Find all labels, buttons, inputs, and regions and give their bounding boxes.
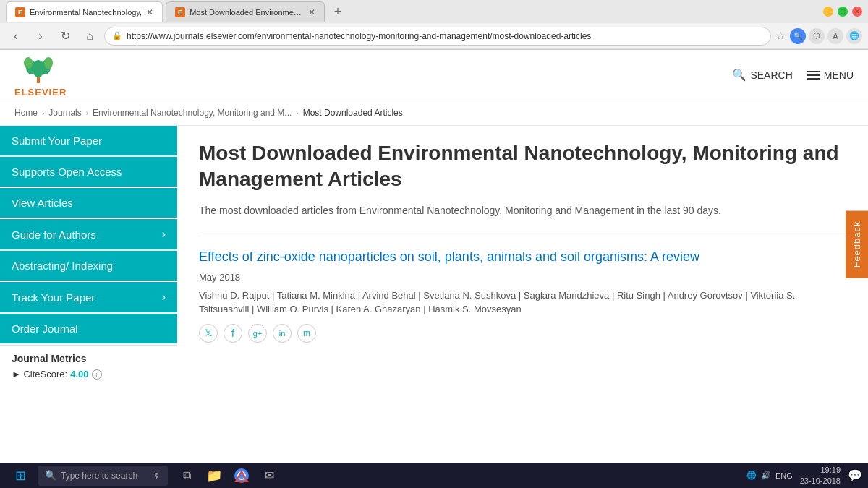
ext-icon-4[interactable]: 🌐 bbox=[846, 28, 862, 44]
systray-lang: ENG bbox=[775, 471, 793, 480]
logo-text: ELSEVIER bbox=[14, 87, 67, 98]
taskbar-date-value: 23-10-2018 bbox=[800, 476, 841, 486]
tab-2-close[interactable]: ✕ bbox=[308, 7, 315, 17]
systray-network-icon: 🌐 bbox=[746, 471, 757, 480]
page-title: Most Downloaded Environmental Nanotechno… bbox=[199, 140, 846, 193]
cite-info-icon[interactable]: i bbox=[92, 369, 102, 380]
title-bar: E Environmental Nanotechnology, ✕ E Most… bbox=[0, 0, 868, 23]
taskbar-apps: ⧉ 📁 ✉ bbox=[174, 465, 282, 487]
taskbar-mail[interactable]: ✉ bbox=[256, 465, 282, 487]
sidebar-item-submit[interactable]: Submit Your Paper bbox=[0, 126, 177, 155]
elsevier-logo[interactable]: ELSEVIER bbox=[14, 53, 67, 98]
header-right: 🔍 SEARCH MENU bbox=[732, 68, 854, 82]
breadcrumb-journal[interactable]: Environmental Nanotechnology, Monitoring… bbox=[93, 108, 292, 118]
tab-1-title: Environmental Nanotechnology, bbox=[30, 8, 142, 17]
taskbar-search-icon: 🔍 bbox=[45, 470, 56, 481]
sidebar-item-track-paper[interactable]: Track Your Paper › bbox=[0, 282, 177, 312]
window-controls: — □ ✕ bbox=[823, 7, 862, 17]
article-card: Effects of zinc-oxide nanoparticles on s… bbox=[199, 236, 846, 343]
cite-score: ► CiteScore: 4.00 i bbox=[12, 369, 166, 380]
browser-chrome: E Environmental Nanotechnology, ✕ E Most… bbox=[0, 0, 868, 50]
new-tab-button[interactable]: + bbox=[328, 1, 348, 22]
article-date: May 2018 bbox=[199, 272, 846, 283]
breadcrumb-sep-2: › bbox=[86, 109, 88, 117]
cite-label: ► CiteScore: bbox=[12, 369, 67, 380]
windows-logo-icon: ⊞ bbox=[15, 468, 26, 484]
article-social-icons: 𝕏 f g+ in m bbox=[199, 324, 846, 343]
tab-2[interactable]: E Most Downloaded Environmenta... ✕ bbox=[166, 1, 325, 22]
article-authors: Vishnu D. Rajput | Tatiana M. Minkina | … bbox=[199, 288, 846, 317]
tab-1-favicon: E bbox=[15, 7, 25, 17]
ext-icon-3[interactable]: A bbox=[827, 28, 843, 44]
taskbar-right: 🌐 🔊 ENG 19:19 23-10-2018 💬 bbox=[746, 465, 862, 486]
url-text: https://www.journals.elsevier.com/enviro… bbox=[127, 31, 591, 41]
menu-bars-icon bbox=[807, 71, 820, 80]
sidebar-item-guide-authors[interactable]: Guide for Authors › bbox=[0, 219, 177, 249]
track-paper-chevron: › bbox=[162, 291, 166, 304]
site-header: ELSEVIER 🔍 SEARCH MENU bbox=[0, 50, 868, 100]
tab-1-close[interactable]: ✕ bbox=[146, 7, 153, 17]
home-button[interactable]: ⌂ bbox=[80, 26, 100, 46]
feedback-tab[interactable]: Feedback bbox=[846, 210, 868, 278]
breadcrumb-sep-1: › bbox=[42, 109, 44, 117]
ext-icon-1[interactable]: 🔍 bbox=[790, 28, 806, 44]
systray-sound-icon: 🔊 bbox=[761, 471, 771, 480]
notification-button[interactable]: 💬 bbox=[848, 468, 862, 482]
mendeley-share-icon[interactable]: m bbox=[297, 324, 316, 343]
tab-2-favicon: E bbox=[175, 7, 185, 17]
guide-authors-chevron: › bbox=[162, 228, 166, 241]
googleplus-share-icon[interactable]: g+ bbox=[248, 324, 267, 343]
taskbar-time-value: 19:19 bbox=[800, 465, 841, 475]
sidebar: Submit Your Paper Supports Open Access V… bbox=[0, 126, 177, 488]
twitter-share-icon[interactable]: 𝕏 bbox=[199, 324, 218, 343]
ext-icon-2[interactable]: ⬡ bbox=[809, 28, 825, 44]
linkedin-share-icon[interactable]: in bbox=[273, 324, 292, 343]
tab-2-title: Most Downloaded Environmenta... bbox=[190, 8, 304, 17]
main-layout: Submit Your Paper Supports Open Access V… bbox=[0, 126, 868, 488]
search-icon: 🔍 bbox=[732, 68, 746, 82]
breadcrumb: Home › Journals › Environmental Nanotech… bbox=[0, 100, 868, 126]
breadcrumb-sep-3: › bbox=[296, 109, 298, 117]
facebook-share-icon[interactable]: f bbox=[224, 324, 242, 343]
tab-1[interactable]: E Environmental Nanotechnology, ✕ bbox=[6, 1, 163, 22]
refresh-button[interactable]: ↻ bbox=[55, 26, 75, 46]
journal-metrics-title: Journal Metrics bbox=[12, 353, 166, 364]
svg-point-5 bbox=[44, 57, 53, 69]
taskbar-task-view[interactable]: ⧉ bbox=[174, 465, 200, 487]
journal-metrics-section: Journal Metrics ► CiteScore: 4.00 i bbox=[0, 345, 177, 387]
cite-value: 4.00 bbox=[70, 369, 88, 380]
lock-icon: 🔒 bbox=[112, 31, 122, 40]
close-button[interactable]: ✕ bbox=[852, 7, 862, 17]
sidebar-item-view-articles[interactable]: View Articles bbox=[0, 188, 177, 218]
search-label: SEARCH bbox=[750, 69, 792, 81]
forward-button[interactable]: › bbox=[30, 26, 51, 46]
breadcrumb-journals[interactable]: Journals bbox=[48, 108, 81, 118]
breadcrumb-home[interactable]: Home bbox=[14, 108, 38, 118]
url-bar[interactable]: 🔒 https://www.journals.elsevier.com/envi… bbox=[104, 27, 771, 46]
maximize-button[interactable]: □ bbox=[838, 7, 848, 17]
bookmark-button[interactable]: ☆ bbox=[775, 29, 786, 43]
address-bar: ‹ › ↻ ⌂ 🔒 https://www.journals.elsevier.… bbox=[0, 23, 868, 49]
svg-point-4 bbox=[24, 57, 33, 69]
taskbar-clock: 19:19 23-10-2018 bbox=[800, 465, 841, 486]
start-button[interactable]: ⊞ bbox=[6, 465, 35, 487]
system-tray: 🌐 🔊 ENG bbox=[746, 471, 793, 480]
main-content: Most Downloaded Environmental Nanotechno… bbox=[177, 126, 868, 488]
article-title-link[interactable]: Effects of zinc-oxide nanoparticles on s… bbox=[199, 248, 846, 266]
search-button[interactable]: 🔍 SEARCH bbox=[732, 68, 792, 82]
sidebar-item-open-access[interactable]: Supports Open Access bbox=[0, 157, 177, 187]
windows-taskbar: ⊞ 🔍 Type here to search 🎙 ⧉ 📁 ✉ 🌐 🔊 bbox=[0, 463, 868, 488]
minimize-button[interactable]: — bbox=[823, 7, 833, 17]
sidebar-item-order-journal[interactable]: Order Journal bbox=[0, 314, 177, 343]
extension-icons: 🔍 ⬡ A 🌐 bbox=[790, 28, 862, 44]
back-button[interactable]: ‹ bbox=[6, 26, 26, 46]
breadcrumb-current: Most Downloaded Articles bbox=[303, 108, 403, 118]
sidebar-item-abstracting[interactable]: Abstracting/ Indexing bbox=[0, 251, 177, 281]
taskbar-chrome[interactable] bbox=[229, 465, 255, 487]
menu-label: MENU bbox=[824, 69, 854, 81]
menu-button[interactable]: MENU bbox=[807, 69, 854, 81]
page-description: The most downloaded articles from Enviro… bbox=[199, 203, 846, 218]
logo-tree-icon bbox=[21, 53, 61, 85]
taskbar-file-explorer[interactable]: 📁 bbox=[201, 465, 227, 487]
taskbar-search[interactable]: 🔍 Type here to search 🎙 bbox=[38, 466, 168, 486]
